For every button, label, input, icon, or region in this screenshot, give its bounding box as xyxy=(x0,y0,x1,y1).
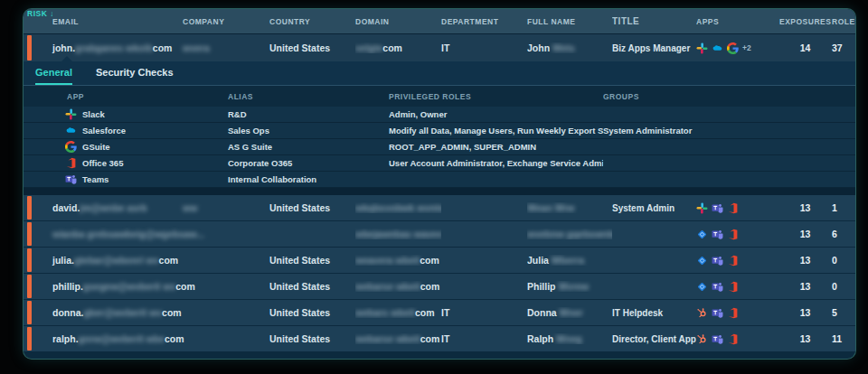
office365-icon xyxy=(727,229,739,240)
subtable-header: APP ALIAS PRIVILEGED ROLES GROUPS xyxy=(24,86,855,107)
office365-icon xyxy=(727,307,739,319)
redacted-text: Wberra xyxy=(552,255,584,266)
expanded-panel: General Security Checks APP ALIAS PRIVIL… xyxy=(24,61,855,188)
redacted-text: webarse wbeit xyxy=(355,281,420,292)
redacted-text: wvera xyxy=(183,42,210,53)
risk-indicator xyxy=(27,196,32,220)
redacted-text: Wneg xyxy=(556,333,582,344)
salesforce-icon xyxy=(65,125,77,136)
tab-security-checks[interactable]: Security Checks xyxy=(96,61,174,85)
sort-desc-icon: ↓ xyxy=(50,9,52,18)
redacted-text: gtebar@wbonri wv xyxy=(74,255,159,266)
tab-general[interactable]: General xyxy=(35,61,72,85)
redacted-text: webars wbeit xyxy=(355,307,415,318)
slack-icon xyxy=(696,202,708,214)
column-header-apps[interactable]: APPS xyxy=(696,17,779,26)
subtable-row[interactable]: Teams Internal Collaboration xyxy=(24,172,855,188)
redacted-text: ww xyxy=(183,202,197,213)
redacted-text: weavera wbeit xyxy=(355,255,420,266)
table-row[interactable]: ralph.gnrw@wvberit wbecom United States … xyxy=(24,326,855,352)
hubspot-icon xyxy=(696,333,708,345)
risk-indicator xyxy=(27,301,32,324)
redacted-text: Wean Wne xyxy=(527,202,575,213)
risk-indicator xyxy=(27,275,32,298)
redacted-text: webarse wbeit xyxy=(355,333,420,344)
subtable-row[interactable]: GSuite AS G Suite ROOT_APP_ADMIN, SUPER_… xyxy=(24,139,855,155)
identity-table-card: RISK ↓ EMAIL COMPANY COUNTRY DOMAIN DEPA… xyxy=(24,9,855,359)
column-header-country[interactable]: COUNTRY xyxy=(269,17,355,26)
column-header-fullname[interactable]: FULL NAME xyxy=(527,17,612,26)
detail-tabs: General Security Checks xyxy=(24,61,855,86)
office365-icon xyxy=(727,255,739,266)
subcolumn-header-alias: ALIAS xyxy=(228,92,389,101)
hubspot-icon xyxy=(696,307,708,319)
table-row[interactable]: julia.gtebar@wbonri wvcom United States … xyxy=(24,248,855,274)
redacted-text: wianba grebsawbeig@wgebsaw... xyxy=(52,229,204,239)
subtable-row[interactable]: Slack R&D Admin, Owner xyxy=(24,107,855,123)
diamond-icon xyxy=(696,255,708,266)
apps-cell: +2 xyxy=(696,42,779,54)
teams-icon xyxy=(712,202,723,214)
teams-icon xyxy=(712,333,723,345)
teams-icon xyxy=(712,229,723,240)
google-icon xyxy=(65,141,77,153)
column-header-domain[interactable]: DOMAIN xyxy=(355,17,441,26)
column-header-company[interactable]: COMPANY xyxy=(183,17,269,26)
column-header-risk[interactable]: RISK ↓ xyxy=(24,9,52,33)
redacted-text: gnrw@wvberit wbe xyxy=(79,333,165,344)
subcolumn-header-privileged-roles: PRIVILEGED ROLES xyxy=(389,92,603,101)
redacted-text: wbejawnbas wavee xyxy=(355,229,441,239)
table-row[interactable]: donna.gber@wvberit wvcom United States w… xyxy=(24,300,855,326)
column-header-exposures[interactable]: EXPOSURES xyxy=(779,17,831,26)
redacted-text: gber@wvberit wv xyxy=(83,307,162,318)
risk-indicator xyxy=(27,248,32,272)
email-cell: john.grabganes wkoibcom xyxy=(52,42,183,53)
risk-indicator xyxy=(27,35,32,61)
subtable-row[interactable]: Office 365 Corporate O365 User Account A… xyxy=(24,155,855,172)
column-header-title[interactable]: TITLE xyxy=(612,16,696,26)
apps-more-badge[interactable]: +2 xyxy=(742,43,751,52)
risk-indicator xyxy=(27,222,32,246)
table-row[interactable]: david.jm@wnbe asrb ww United States wkqb… xyxy=(24,195,855,221)
table-row[interactable]: wianba grebsawbeig@wgebsaw... wbejawnbas… xyxy=(24,221,855,248)
slack-icon xyxy=(696,42,708,54)
redacted-text: wvebnw gqebswnberit xyxy=(527,229,612,239)
column-header-department[interactable]: DEPARTMENT xyxy=(441,17,527,26)
diamond-icon xyxy=(696,229,708,240)
redacted-text: jm@wnbe asrb xyxy=(80,202,146,213)
redacted-text: gsegew@wvberit wv xyxy=(83,281,175,292)
redacted-text: wkqbsvobwk wvnte... xyxy=(355,202,441,213)
redacted-text: grabganes wkoib xyxy=(75,42,153,53)
diamond-icon xyxy=(696,281,708,293)
teams-icon xyxy=(65,173,77,185)
salesforce-icon xyxy=(712,42,723,54)
teams-icon xyxy=(712,281,723,293)
subcolumn-header-groups: GROUPS xyxy=(603,92,855,101)
column-header-roles[interactable]: ROLES xyxy=(831,17,855,26)
redacted-text: Wvrew xyxy=(558,281,589,292)
redacted-text: Wets xyxy=(552,42,575,53)
column-header-email[interactable]: EMAIL xyxy=(52,17,183,26)
table-row[interactable]: phillip.gsegew@wvberit wvcom United Stat… xyxy=(24,274,855,300)
table-row[interactable]: john.grabganes wkoibcom wvera United Sta… xyxy=(24,34,855,61)
office365-icon xyxy=(727,281,739,293)
redacted-text: velgte xyxy=(355,42,382,53)
section-gap xyxy=(24,188,855,195)
teams-icon xyxy=(712,255,723,266)
redacted-text: Wner xyxy=(560,307,583,318)
office365-icon xyxy=(727,202,739,214)
google-icon xyxy=(727,42,739,54)
subtable-row[interactable]: Salesforce Sales Ops Modify all Data, Ma… xyxy=(24,123,855,139)
slack-icon xyxy=(65,108,77,120)
risk-indicator xyxy=(27,327,32,351)
expander-notch xyxy=(61,56,72,61)
subcolumn-header-app: APP xyxy=(24,92,228,101)
office365-icon xyxy=(727,333,739,345)
table-header: RISK ↓ EMAIL COMPANY COUNTRY DOMAIN DEPA… xyxy=(24,9,855,34)
office365-icon xyxy=(65,157,77,169)
teams-icon xyxy=(712,307,723,319)
